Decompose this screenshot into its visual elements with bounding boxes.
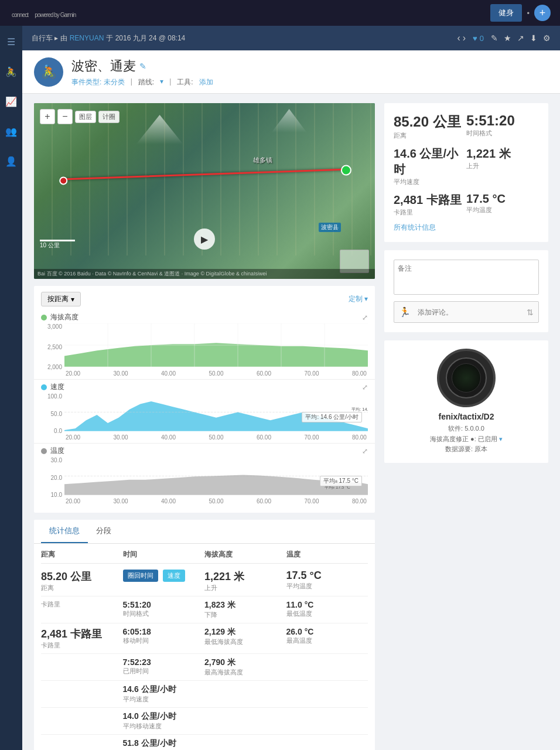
elapsed-time-value: 7:52:23: [123, 657, 205, 667]
elevation-svg: [64, 323, 368, 367]
notes-textarea[interactable]: [394, 260, 539, 295]
user-link[interactable]: RENYUAN: [70, 34, 104, 42]
speed-expand[interactable]: ⤢: [362, 383, 368, 391]
play-button[interactable]: ▶: [194, 229, 215, 250]
layer-button[interactable]: 图层: [75, 111, 96, 123]
sidebar-icon-challenges[interactable]: 📈: [1, 91, 22, 112]
logo: connect powered by Garmin: [9, 5, 76, 21]
avg-speed-label: 平均速度: [123, 695, 205, 704]
distance-stat-key: 距离: [394, 131, 466, 140]
row6-col2: 14.0 公里/小时 平均移动速度: [123, 711, 205, 731]
elevation-descent-value: 1,823 米: [204, 600, 286, 611]
zoom-in-button[interactable]: +: [40, 109, 55, 124]
tab-statistics[interactable]: 统计信息: [41, 520, 88, 543]
row5-col4: [286, 684, 368, 704]
prev-arrow[interactable]: ‹: [457, 33, 460, 43]
share-icon[interactable]: ↗: [517, 33, 524, 43]
min-temp-label: 最低温度: [286, 609, 368, 618]
health-button[interactable]: 健身: [490, 4, 522, 22]
speed-chart-area: 100.0 50.0 0.0 平均: 14.6 km/h 平均: 14.6 公里…: [41, 393, 368, 434]
zoom-out-button[interactable]: −: [57, 109, 73, 124]
sidebar-icon-activities[interactable]: 🚴: [1, 62, 22, 82]
elevation-correction-dropdown[interactable]: ▾: [499, 435, 503, 442]
elevation-expand[interactable]: ⤢: [362, 313, 368, 322]
min-elevation-value: 2,129 米: [204, 627, 286, 638]
lap-time-badge[interactable]: 圈回时间: [123, 570, 158, 582]
stats-row-4: 7:52:23 已用时间 2,790 米 最高海拔高度: [41, 654, 368, 681]
export-icon[interactable]: ⬇: [530, 33, 537, 43]
like-button[interactable]: ♥ 0: [473, 34, 484, 43]
edit-icon[interactable]: ✎: [491, 33, 498, 43]
stat-row-3: 2,481 卡路里 卡路里 17.5 °C 平均温度: [394, 192, 539, 217]
elevation-gain-value: 1,221 米: [204, 570, 286, 584]
map-controls: + − 图层 计圈: [40, 109, 119, 124]
chart-filter-button[interactable]: 按距离 ▾: [41, 292, 81, 306]
title-edit-icon[interactable]: ✎: [139, 62, 146, 71]
avg-moving-speed-value: 14.0 公里/小时: [123, 711, 205, 722]
row5-col2: 14.6 公里/小时 平均速度: [123, 684, 205, 704]
device-name: fenix/tactix/D2: [392, 412, 540, 421]
min-elevation-label: 最低海拔高度: [204, 638, 286, 646]
chart-custom-button[interactable]: 定制 ▾: [349, 294, 368, 304]
speed-chart-header: 速度 ⤢: [41, 382, 368, 392]
row1-col2: 圈回时间 速度: [123, 570, 205, 592]
elevation-yaxis: 3,000 2,500 2,000: [41, 323, 64, 370]
comment-input[interactable]: [415, 304, 522, 321]
measure-button[interactable]: 计圈: [98, 111, 119, 123]
moving-time-value: 6:05:18: [123, 627, 205, 636]
speed-chart-block: 速度 ⤢ 100.0 50.0 0.0 平均: 14.6 km/h: [34, 380, 375, 444]
sidebar-icon-social[interactable]: 👥: [1, 121, 22, 142]
tools-add-link[interactable]: 添加: [199, 77, 213, 87]
max-temp-value: 26.0 °C: [286, 627, 368, 636]
row1-col3: 1,221 米 上升: [204, 570, 286, 592]
duration-stat-value: 5:51:20: [466, 112, 539, 129]
settings-icon[interactable]: ⚙: [543, 33, 551, 43]
device-image: [437, 349, 496, 407]
max-temp-label: 最高温度: [286, 636, 368, 645]
calories-stat-value: 2,481 卡路里: [394, 192, 466, 208]
elevation-label: 海拔高度: [50, 312, 78, 322]
speed-badge[interactable]: 速度: [163, 570, 185, 582]
elevation-chart-area: 3,000 2,500 2,000: [41, 323, 368, 370]
star-icon[interactable]: ★: [504, 33, 511, 43]
stats-tabs: 统计信息 分段: [34, 520, 375, 544]
speed-yaxis: 100.0 50.0 0.0: [41, 393, 64, 434]
elevation-descent-label: 下降: [204, 611, 286, 619]
stats-row-3: 2,481 卡路里 卡路里 6:05:18 移动时间 2,129 米 最低海拔高…: [41, 623, 368, 654]
speed-dot: [41, 384, 47, 390]
runner-icon: 🏃: [394, 302, 415, 322]
course-label: 踏线:: [138, 77, 154, 87]
course-dropdown[interactable]: ▾: [160, 77, 163, 87]
min-temp-value: 11.0 °C: [286, 600, 368, 609]
right-panel: 85.20 公里 距离 5:51:20 时间格式 14.6 公里/小时 平均速度…: [384, 103, 548, 750]
all-stats-link[interactable]: 所有统计信息: [394, 223, 539, 233]
speed-label: 速度: [50, 382, 64, 392]
logo-text: connect: [12, 12, 28, 18]
avg-speed-stat: 14.6 公里/小时 平均速度: [394, 146, 466, 186]
duration-stat: 5:51:20 时间格式: [466, 112, 539, 140]
time-format-label: 时间格式: [123, 609, 205, 618]
col-header-elevation: 海拔高度: [204, 550, 286, 560]
next-arrow[interactable]: ›: [463, 33, 466, 43]
sidebar-icon-profile[interactable]: 👤: [1, 151, 22, 172]
like-count: 0: [480, 34, 484, 43]
sidebar-icon-menu[interactable]: ☰: [2, 32, 20, 52]
elevation-stat: 1,221 米 上升: [466, 146, 539, 186]
calories-stat: 2,481 卡路里 卡路里: [394, 192, 466, 217]
max-elevation-value: 2,790 米: [204, 657, 286, 668]
device-info: 软件: 5.0.0.0 海拔高度修正 ●: 已启用 ▾ 数据源要: 原本: [392, 424, 540, 455]
sub-nav: 自行车 ▸ 由 RENYUAN 于 2016 九月 24 @ 08:14 ‹ ›…: [22, 26, 560, 50]
max-elevation-label: 最高海拔高度: [204, 668, 286, 677]
add-button[interactable]: +: [534, 5, 551, 21]
main-content: 🚴 波密、通麦 ✎ 事件类型: 未分类 | 踏线: ▾ | 工具: 添加: [22, 50, 560, 750]
calories-label-placeholder: 卡路里: [41, 600, 123, 609]
event-type[interactable]: 事件类型: 未分类: [71, 77, 125, 87]
stats-row-6: 14.0 公里/小时 平均移动速度: [41, 708, 368, 735]
temp-expand[interactable]: ⤢: [362, 447, 368, 455]
tab-segments[interactable]: 分段: [88, 520, 119, 543]
row4-col4: [286, 657, 368, 677]
map-container[interactable]: 雄多镇 波密县 10 公里 + − 图层 计圈 ▶ Bai 百度 © 2016 …: [34, 103, 375, 279]
col-header-time: 时间: [123, 550, 205, 560]
avg-speed-stat-value: 14.6 公里/小时: [394, 146, 466, 178]
row7-col1: [41, 738, 123, 750]
